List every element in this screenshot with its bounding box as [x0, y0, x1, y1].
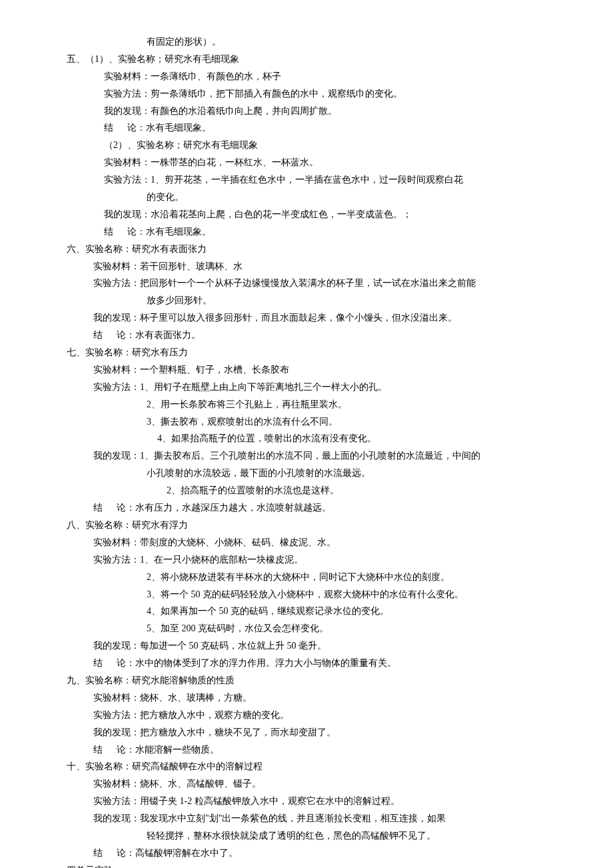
text-line: 七、实验名称：研究水有压力 [67, 344, 546, 361]
text-line: 结 论：高锰酸钾溶解在水中了。 [93, 845, 546, 862]
text-line: 的变化。 [147, 189, 546, 206]
text-line: 我的发现：把方糖放入水中，糖块不见了，而水却变甜了。 [93, 724, 546, 741]
text-line: 实验材料：若干回形针、玻璃杯、水 [93, 258, 546, 275]
text-line: 结 论：水有毛细现象。 [104, 223, 546, 241]
text-line: 3、将一个 50 克的砝码轻轻放入小烧杯中，观察大烧杯中的水位有什么变化。 [147, 586, 546, 603]
text-line: 实验材料：一条薄纸巾、有颜色的水，杯子 [104, 68, 546, 85]
text-line: 3、撕去胶布，观察喷射出的水流有什么不同。 [147, 413, 546, 431]
text-line: 4、如果抬高瓶子的位置，喷射出的水流有没有变化。 [157, 430, 546, 447]
text-line: 六、实验名称：研究水有表面张力 [67, 241, 546, 258]
text-line: 实验方法：1、用钉子在瓶壁上由上向下等距离地扎三个一样大小的孔。 [93, 379, 546, 396]
text-line: 实验方法：用镊子夹 1-2 粒高锰酸钾放入水中，观察它在水中的溶解过程。 [93, 793, 546, 810]
text-line: 实验方法：把回形针一个一个从杯子边缘慢慢放入装满水的杯子里，试一试在水溢出来之前… [93, 275, 546, 292]
document-body: 有固定的形状）。五、（1）、实验名称；研究水有毛细现象实验材料：一条薄纸巾、有颜… [67, 33, 546, 868]
text-line: 十、实验名称：研究高锰酸钾在水中的溶解过程 [67, 758, 546, 775]
text-line: 我的发现：每加进一个 50 克砝码，水位就上升 50 毫升。 [93, 637, 546, 655]
text-line: 实验方法：1、在一只小烧杯的底部粘一块橡皮泥。 [93, 551, 546, 569]
text-line: 实验方法：1、剪开花茎，一半插在红色水中，一半插在蓝色水中，过一段时间观察白花 [104, 171, 546, 189]
text-line: （2）、实验名称；研究水有毛细现象 [104, 137, 546, 154]
text-line: 我的发现：杯子里可以放入很多回形针，而且水面鼓起来，像个小馒头，但水没溢出来。 [93, 309, 546, 327]
text-line: 实验材料：烧杯、水、高锰酸钾、镊子。 [93, 775, 546, 793]
text-line: 实验材料：烧杯、水、玻璃棒，方糖。 [93, 689, 546, 707]
text-line: 结 论：水有毛细现象。 [104, 119, 546, 137]
text-line: 4、如果再加一个 50 克的砝码，继续观察记录水位的变化。 [147, 603, 546, 620]
text-line: 5、加至 200 克砝码时，水位又会怎样变化。 [147, 620, 546, 637]
text-line: 结 论：水中的物体受到了水的浮力作用。浮力大小与物体的重量有关。 [93, 655, 546, 672]
text-line: 实验材料：带刻度的大烧杯、小烧杯、砝码、橡皮泥、水。 [93, 534, 546, 551]
text-line: 有固定的形状）。 [147, 33, 546, 51]
text-line: 2、用一长条胶布将三个孔贴上，再往瓶里装水。 [147, 396, 546, 413]
text-line: 我的发现：水沿着花茎向上爬，白色的花一半变成红色，一半变成蓝色。； [104, 206, 546, 223]
text-line: 实验方法：把方糖放入水中，观察方糖的变化。 [93, 707, 546, 724]
text-line: 轻轻搅拌，整杯水很快就染成了透明的红色，黑色的高锰酸钾不见了。 [147, 827, 546, 845]
text-line: 实验材料：一个塑料瓶、钉子，水槽、长条胶布 [93, 361, 546, 379]
text-line: 我的发现：1、撕去胶布后。三个孔喷射出的水流不同，最上面的小孔喷射的水流最近，中… [93, 447, 546, 465]
text-line: 五、（1）、实验名称；研究水有毛细现象 [67, 51, 546, 68]
text-line: 结 论：水有表面张力。 [93, 327, 546, 344]
text-line: 2、抬高瓶子的位置喷射的水流也是这样。 [167, 482, 546, 499]
text-line: 实验材料：一株带茎的白花，一杯红水、一杯蓝水。 [104, 154, 546, 171]
text-line: 四单元实验 [67, 862, 546, 868]
text-line: 结 论：水能溶解一些物质。 [93, 741, 546, 759]
text-line: 2、将小烧杯放进装有半杯水的大烧杯中，同时记下大烧杯中水位的刻度。 [147, 569, 546, 586]
text-line: 小孔喷射的水流较远，最下面的小孔喷射的水流最远。 [147, 465, 546, 482]
text-line: 我的发现：我发现水中立刻"划"出一条紫色的线，并且逐渐拉长变粗，相互连接，如果 [93, 810, 546, 827]
text-line: 结 论：水有压力，水越深压力越大，水流喷射就越远。 [93, 499, 546, 517]
text-line: 我的发现：有颜色的水沿着纸巾向上爬，并向四周扩散。 [104, 103, 546, 120]
text-line: 九、实验名称：研究水能溶解物质的性质 [67, 672, 546, 689]
text-line: 实验方法：剪一条薄纸巾，把下部插入有颜色的水中，观察纸巾的变化。 [104, 85, 546, 103]
text-line: 八、实验名称：研究水有浮力 [67, 517, 546, 534]
text-line: 放多少回形针。 [147, 292, 546, 309]
